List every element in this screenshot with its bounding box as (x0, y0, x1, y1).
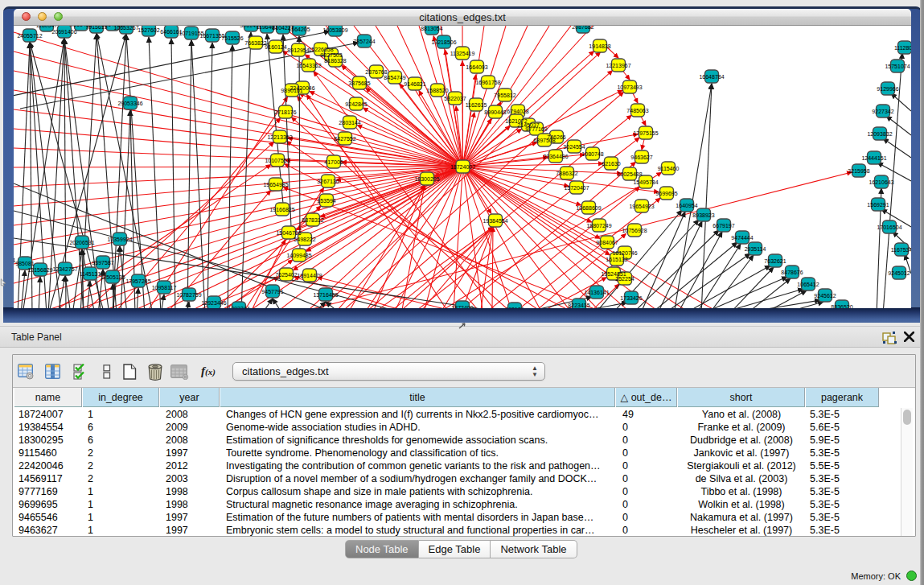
svg-text:12923446: 12923446 (201, 300, 226, 306)
svg-text:7625402: 7625402 (275, 272, 297, 278)
svg-text:5322037: 5322037 (444, 96, 466, 101)
svg-text:9827503: 9827503 (320, 52, 342, 58)
svg-text:6679197: 6679197 (713, 223, 734, 229)
svg-text:1588520: 1588520 (426, 88, 448, 93)
svg-text:8912954: 8912954 (287, 47, 309, 53)
svg-text:12213363: 12213363 (267, 134, 292, 140)
svg-text:12444151: 12444151 (861, 155, 886, 161)
svg-text:10107553: 10107553 (265, 158, 290, 163)
svg-text:17359924: 17359924 (107, 237, 132, 242)
svg-text:2064731: 2064731 (101, 26, 123, 27)
svg-text:16914479: 16914479 (297, 273, 322, 278)
svg-text:18807249: 18807249 (586, 223, 611, 229)
svg-text:10782759: 10782759 (176, 292, 201, 298)
svg-text:19218506: 19218506 (431, 39, 456, 45)
svg-text:19166825: 19166825 (269, 207, 294, 212)
svg-text:1733426: 1733426 (620, 295, 642, 301)
svg-text:3024554: 3024554 (563, 144, 585, 150)
svg-text:1527602: 1527602 (138, 27, 159, 33)
svg-text:9777169: 9777169 (525, 126, 547, 132)
svg-text:12093832: 12093832 (867, 131, 892, 137)
svg-text:9129966: 9129966 (877, 86, 898, 92)
svg-text:8427552: 8427552 (334, 136, 355, 142)
svg-text:10958117: 10958117 (152, 285, 177, 290)
svg-text:8878312: 8878312 (302, 217, 323, 223)
svg-text:8223415: 8223415 (568, 303, 589, 308)
svg-text:1162615: 1162615 (466, 102, 487, 108)
svg-text:9227342: 9227342 (872, 109, 893, 114)
svg-text:12505135: 12505135 (100, 274, 125, 280)
svg-text:15046766: 15046766 (276, 230, 301, 236)
svg-text:7663822: 7663822 (244, 40, 266, 46)
svg-text:16543362: 16543362 (296, 63, 321, 68)
svg-text:13716485: 13716485 (313, 292, 338, 298)
svg-text:1145131: 1145131 (80, 271, 101, 277)
svg-text:2876768: 2876768 (365, 69, 387, 75)
svg-text:12156829: 12156829 (27, 267, 52, 273)
svg-text:1292344: 1292344 (228, 306, 249, 309)
svg-text:7857244: 7857244 (353, 39, 375, 44)
svg-text:1080748: 1080748 (581, 151, 603, 157)
svg-text:1615132: 1615132 (606, 257, 627, 262)
svg-text:10973493: 10973493 (617, 84, 642, 90)
svg-text:9245612: 9245612 (814, 293, 836, 299)
svg-text:1180547: 1180547 (36, 26, 58, 28)
svg-text:7515526: 7515526 (221, 35, 243, 41)
svg-text:9361428: 9361428 (70, 26, 92, 27)
svg-text:1569291: 1569291 (867, 202, 889, 208)
svg-text:9699695: 9699695 (655, 191, 677, 196)
svg-text:9457791: 9457791 (261, 289, 283, 295)
svg-text:14136141: 14136141 (584, 290, 609, 295)
svg-text:15495784: 15495784 (633, 179, 658, 185)
svg-text:9160124: 9160124 (265, 44, 286, 50)
svg-text:12342757: 12342757 (52, 266, 77, 272)
svg-text:8836520: 8836520 (831, 304, 852, 309)
svg-text:20364486: 20364486 (543, 154, 568, 159)
svg-text:29053346: 29053346 (117, 101, 142, 106)
svg-text:985081: 985081 (15, 261, 34, 266)
svg-text:16210643: 16210643 (869, 179, 893, 185)
svg-text:252254: 252254 (615, 276, 634, 282)
svg-text:1640954: 1640954 (676, 203, 697, 208)
svg-text:6794028: 6794028 (507, 109, 528, 114)
svg-text:16648784: 16648784 (699, 74, 724, 80)
svg-text:9474444: 9474444 (731, 235, 753, 241)
svg-text:2935114: 2935114 (745, 246, 766, 252)
svg-text:16053809: 16053809 (322, 27, 347, 33)
svg-text:12213967: 12213967 (606, 63, 630, 68)
svg-text:7886322: 7886322 (556, 171, 577, 176)
svg-text:3215958: 3215958 (848, 168, 869, 174)
svg-text:3875685: 3875685 (348, 80, 370, 86)
svg-text:8186328: 8186328 (324, 58, 346, 64)
svg-text:9084067: 9084067 (596, 240, 618, 245)
svg-text:2803144: 2803144 (339, 120, 360, 126)
svg-text:19654923: 19654923 (629, 204, 654, 209)
svg-text:9397587: 9397587 (92, 260, 113, 266)
svg-text:7955812: 7955812 (494, 93, 515, 98)
svg-text:18724007: 18724007 (450, 164, 475, 170)
svg-text:1664093: 1664093 (466, 64, 487, 70)
svg-text:6897508: 6897508 (533, 138, 555, 143)
svg-text:1112805: 1112805 (894, 45, 911, 51)
svg-text:621630: 621630 (602, 161, 620, 167)
svg-text:16961758: 16961758 (475, 80, 500, 85)
svg-text:20206531: 20206531 (69, 240, 94, 245)
svg-text:9242845: 9242845 (345, 101, 367, 107)
svg-text:9146821: 9146821 (404, 81, 425, 87)
svg-text:2087682: 2087682 (572, 26, 593, 30)
svg-text:19654985: 19654985 (263, 182, 288, 187)
svg-text:1872400: 1872400 (451, 305, 473, 309)
svg-text:15751074: 15751074 (885, 64, 910, 69)
svg-text:3267130: 3267130 (317, 179, 339, 184)
svg-text:1167534: 1167534 (891, 247, 911, 253)
svg-text:8938923: 8938923 (692, 212, 714, 218)
svg-text:9463627: 9463627 (630, 154, 652, 160)
svg-text:7632621: 7632621 (764, 258, 786, 264)
svg-text:1914838: 1914838 (589, 43, 610, 49)
svg-text:10025488: 10025488 (617, 171, 642, 177)
svg-text:10756928: 10756928 (622, 228, 647, 233)
svg-text:963120: 963120 (505, 307, 524, 309)
svg-text:9245012: 9245012 (888, 270, 910, 276)
svg-text:2718176: 2718176 (274, 109, 296, 115)
svg-text:14099485: 14099485 (286, 253, 311, 258)
